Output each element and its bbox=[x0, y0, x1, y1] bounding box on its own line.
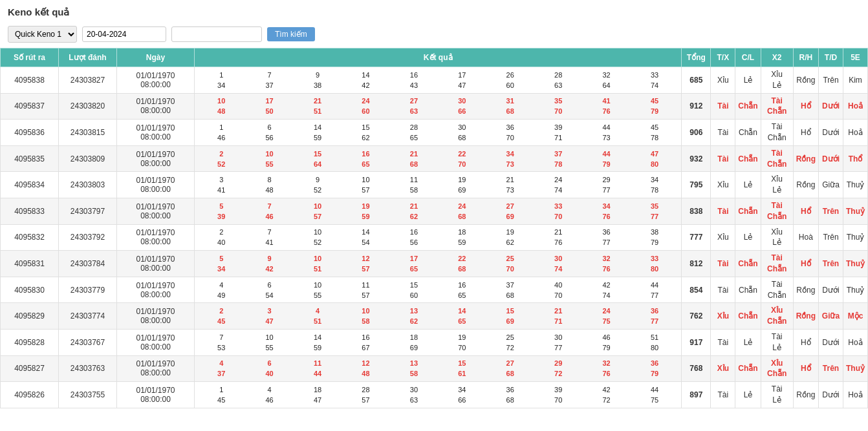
number-cell: 41 bbox=[600, 96, 614, 105]
number-cell: 9 bbox=[310, 70, 325, 79]
number-cell: 58 bbox=[407, 369, 421, 378]
number-cell: 45 bbox=[647, 123, 662, 132]
number-cell: 70 bbox=[551, 291, 565, 300]
number-cell: 27 bbox=[407, 96, 421, 105]
cell-td: Trên bbox=[819, 198, 843, 224]
game-select[interactable]: Quick Keno 1 bbox=[8, 26, 77, 43]
number-cell: 70 bbox=[455, 343, 469, 352]
number-cell: 41 bbox=[263, 238, 277, 247]
table-row: 40958292430377401/01/1970 08:00:00234101… bbox=[1, 303, 868, 330]
number-cell: 11 bbox=[310, 359, 325, 368]
number-cell: 47 bbox=[310, 395, 325, 405]
cell-rh: Hổ bbox=[793, 198, 818, 224]
number-cell: 64 bbox=[600, 81, 614, 90]
cell-cl: Chẵn bbox=[735, 303, 761, 330]
number-cell: 37 bbox=[551, 149, 565, 158]
number-cell: 22 bbox=[455, 149, 469, 158]
cell-luot: 24303784 bbox=[59, 251, 117, 277]
number-cell: 9 bbox=[263, 254, 277, 263]
number-cell: 80 bbox=[647, 264, 662, 273]
number-cell: 38 bbox=[647, 227, 662, 237]
cell-rh: Rồng bbox=[793, 303, 818, 330]
date-input[interactable] bbox=[82, 26, 166, 42]
search-input[interactable] bbox=[171, 26, 262, 42]
cell-x2: Tài Lẻ bbox=[761, 329, 793, 355]
cell-x2: Xỉu Lẻ bbox=[761, 172, 793, 198]
number-cell: 57 bbox=[310, 212, 325, 221]
number-cell: 10 bbox=[214, 96, 228, 105]
cell-cl: Lẻ bbox=[735, 172, 761, 198]
cell-tx: Xỉu bbox=[711, 303, 735, 330]
number-cell: 28 bbox=[407, 123, 421, 132]
number-cell: 10 bbox=[358, 306, 373, 315]
number-cell: 10 bbox=[310, 254, 325, 263]
number-cell: 53 bbox=[214, 343, 228, 352]
number-cell: 19 bbox=[455, 175, 469, 184]
number-cell: 21 bbox=[551, 227, 565, 237]
cell-tx: Tài bbox=[711, 93, 735, 120]
number-cell: 30 bbox=[455, 123, 469, 132]
number-cell: 4 bbox=[310, 306, 325, 315]
cell-5e: Mộc bbox=[843, 303, 868, 330]
number-cell: 57 bbox=[358, 185, 373, 194]
number-cell: 70 bbox=[551, 107, 565, 116]
cell-x2: Xỉu Chẵn bbox=[761, 303, 793, 330]
cell-5e: Thuỷ bbox=[843, 277, 868, 303]
cell-ketqua: 59101217222530323334425157656870747680 bbox=[195, 251, 682, 277]
number-cell: 77 bbox=[600, 238, 614, 247]
cell-cl: Lẻ bbox=[735, 224, 761, 251]
table-row: 40958382430382701/01/1970 08:00:00179141… bbox=[1, 67, 868, 94]
number-cell: 1 bbox=[214, 123, 228, 132]
cell-ngay: 01/01/1970 08:00:00 bbox=[117, 120, 195, 146]
number-cell: 10 bbox=[263, 333, 277, 342]
number-cell: 13 bbox=[407, 359, 421, 368]
number-cell: 37 bbox=[214, 369, 228, 378]
cell-td: Trên bbox=[819, 224, 843, 251]
number-cell: 6 bbox=[263, 280, 277, 289]
number-cell: 52 bbox=[214, 160, 228, 169]
number-cell: 17 bbox=[455, 70, 469, 79]
number-cell: 44 bbox=[600, 123, 614, 132]
number-cell: 16 bbox=[455, 280, 469, 289]
cell-5e: Hoả bbox=[843, 93, 868, 120]
cell-luot: 24303755 bbox=[59, 382, 117, 408]
cell-tx: Tài bbox=[711, 120, 735, 146]
number-cell: 74 bbox=[551, 185, 565, 194]
cell-td: Dưới bbox=[819, 93, 843, 120]
number-cell: 36 bbox=[503, 385, 517, 394]
table-row: 40958312430378401/01/1970 08:00:00591012… bbox=[1, 251, 868, 277]
number-cell: 47 bbox=[455, 81, 469, 90]
number-cell: 42 bbox=[263, 264, 277, 273]
number-cell: 14 bbox=[358, 70, 373, 79]
cell-ketqua: 1791416172628323334373842434760636474 bbox=[195, 67, 682, 94]
cell-td: Giữa bbox=[819, 172, 843, 198]
cell-so-rut: 4095832 bbox=[1, 224, 59, 251]
number-cell: 24 bbox=[551, 175, 565, 184]
number-cell: 44 bbox=[647, 385, 662, 394]
cell-tong: 838 bbox=[682, 198, 711, 224]
table-row: 40958302430377901/01/1970 08:00:00461011… bbox=[1, 277, 868, 303]
number-cell: 62 bbox=[503, 238, 517, 247]
cell-x2: Tài Chẵn bbox=[761, 198, 793, 224]
cell-td: Trên bbox=[819, 67, 843, 94]
number-cell: 36 bbox=[600, 227, 614, 237]
number-cell: 57 bbox=[358, 395, 373, 405]
number-cell: 42 bbox=[600, 280, 614, 289]
number-cell: 30 bbox=[455, 96, 469, 105]
number-cell: 68 bbox=[503, 395, 517, 405]
number-cell: 34 bbox=[214, 81, 228, 90]
number-cell: 76 bbox=[600, 369, 614, 378]
search-button[interactable]: Tìm kiếm bbox=[267, 27, 315, 41]
number-cell: 3 bbox=[263, 306, 277, 315]
number-cell: 6 bbox=[263, 359, 277, 368]
number-cell: 4 bbox=[214, 359, 228, 368]
number-cell: 78 bbox=[551, 160, 565, 169]
number-cell: 40 bbox=[214, 238, 228, 247]
cell-so-rut: 4095834 bbox=[1, 172, 59, 198]
number-cell: 10 bbox=[310, 280, 325, 289]
cell-tx: Tài bbox=[711, 145, 735, 172]
cell-cl: Chẵn bbox=[735, 93, 761, 120]
number-cell: 30 bbox=[551, 254, 565, 263]
number-cell: 52 bbox=[310, 185, 325, 194]
number-cell: 32 bbox=[600, 254, 614, 263]
